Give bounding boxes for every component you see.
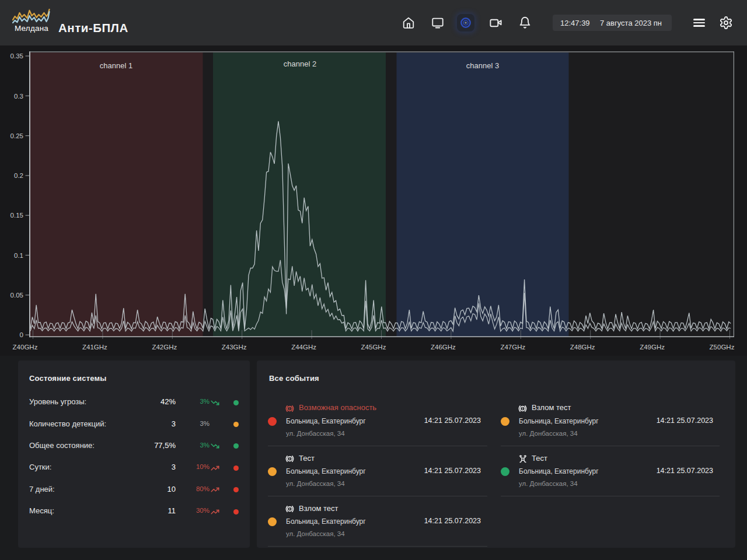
svg-text:Z41GHz: Z41GHz (82, 344, 107, 351)
svg-text:0: 0 (20, 331, 23, 338)
svg-text:0.1: 0.1 (14, 252, 23, 259)
svg-text:Z49GHz: Z49GHz (640, 344, 665, 351)
svg-text:0.2: 0.2 (14, 172, 23, 179)
svg-text:channel 2: channel 2 (284, 60, 316, 68)
svg-text:0.15: 0.15 (11, 212, 23, 219)
svg-text:Z40GHz: Z40GHz (13, 344, 38, 351)
svg-text:channel 3: channel 3 (466, 61, 499, 70)
svg-text:0.25: 0.25 (11, 132, 23, 139)
svg-text:Z48GHz: Z48GHz (570, 344, 595, 351)
svg-text:channel 1: channel 1 (100, 61, 132, 70)
svg-text:Z43GHz: Z43GHz (222, 344, 247, 351)
svg-text:0.35: 0.35 (11, 52, 23, 60)
svg-text:Z50GHz: Z50GHz (710, 344, 735, 351)
svg-text:Z42GHz: Z42GHz (152, 344, 177, 351)
svg-text:Z45GHz: Z45GHz (361, 344, 386, 351)
svg-text:Z44GHz: Z44GHz (291, 344, 316, 351)
svg-text:0.3: 0.3 (14, 93, 23, 100)
svg-text:Z46GHz: Z46GHz (431, 344, 456, 351)
svg-text:Z47GHz: Z47GHz (500, 344, 525, 351)
svg-text:0.05: 0.05 (11, 292, 23, 299)
